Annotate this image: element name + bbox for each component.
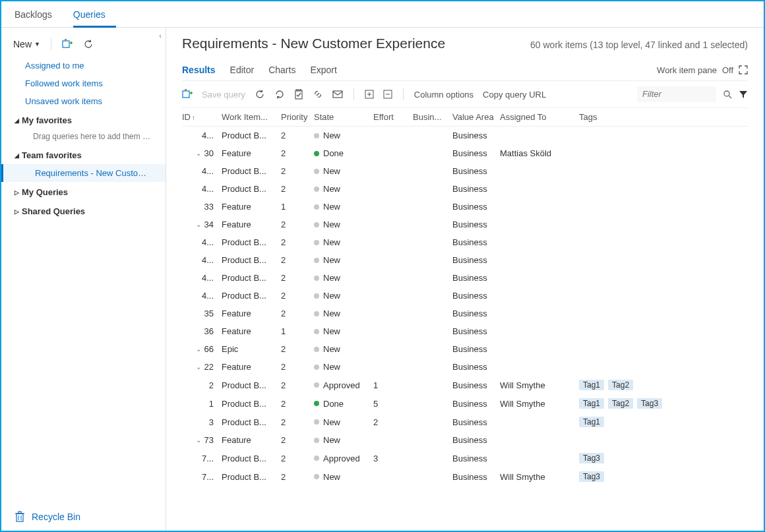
view-tab-export[interactable]: Export xyxy=(310,59,336,80)
filter-icon[interactable] xyxy=(739,90,748,99)
tag[interactable]: Tag3 xyxy=(579,453,604,463)
col-busin[interactable]: Busin... xyxy=(413,112,452,122)
state-indicator-icon xyxy=(314,204,319,210)
content-area: Requirements - New Customer Experience 6… xyxy=(166,28,764,531)
table-row[interactable]: 2Product B...2Approved1BusinessWill Smyt… xyxy=(182,376,748,394)
priority-value: 2 xyxy=(281,435,314,445)
table-row[interactable]: 4...Product B...2NewBusiness xyxy=(182,180,748,198)
state-cell: New xyxy=(314,220,373,229)
col-effort[interactable]: Effort xyxy=(373,112,413,122)
sidebar-link-assigned[interactable]: Assigned to me xyxy=(1,57,166,74)
col-assigned-to[interactable]: Assigned To xyxy=(500,112,579,122)
id-cell: 33 xyxy=(182,202,222,212)
table-row[interactable]: 4...Product B...2NewBusiness xyxy=(182,127,748,144)
sidebar-link-unsaved[interactable]: Unsaved work items xyxy=(1,92,166,110)
table-row[interactable]: 4...Product B...2NewBusiness xyxy=(182,287,748,305)
id-value: 22 xyxy=(204,362,214,372)
tag[interactable]: Tag1 xyxy=(579,417,604,427)
table-row[interactable]: ⌄66Epic2NewBusiness xyxy=(182,340,748,358)
work-item-type: Feature xyxy=(222,326,281,336)
id-value: 7... xyxy=(202,472,214,482)
table-row[interactable]: 4...Product B...2NewBusiness xyxy=(182,269,748,287)
refresh-icon[interactable] xyxy=(255,89,265,100)
table-row[interactable]: 33Feature1NewBusiness xyxy=(182,198,748,216)
link-icon[interactable] xyxy=(313,89,323,100)
col-work-item[interactable]: Work Item... xyxy=(222,112,281,122)
page-title: Requirements - New Customer Experience xyxy=(182,36,445,51)
tag[interactable]: Tag1 xyxy=(579,380,604,390)
table-row[interactable]: 35Feature2NewBusiness xyxy=(182,305,748,322)
sidebar-header-my-favorites[interactable]: ◢ My favorites xyxy=(1,110,166,129)
work-item-type: Feature xyxy=(222,220,281,229)
sidebar-header-my-queries[interactable]: ▷ My Queries xyxy=(1,182,166,201)
clipboard-icon[interactable] xyxy=(294,89,303,100)
copy-url-button[interactable]: Copy query URL xyxy=(483,90,546,100)
table-row[interactable]: 4...Product B...2NewBusiness xyxy=(182,162,748,180)
tab-queries[interactable]: Queries xyxy=(73,1,116,28)
table-row[interactable]: ⌄34Feature2NewBusiness xyxy=(182,216,748,233)
id-value: 4... xyxy=(202,255,214,265)
tag[interactable]: Tag1 xyxy=(579,398,604,409)
chevron-down-icon[interactable]: ⌄ xyxy=(195,221,202,228)
value-area: Business xyxy=(452,380,500,390)
view-tab-charts[interactable]: Charts xyxy=(268,59,295,80)
tag[interactable]: Tag3 xyxy=(637,398,662,409)
table-row[interactable]: 4...Product B...2NewBusiness xyxy=(182,233,748,251)
work-item-type: Product B... xyxy=(222,399,281,409)
search-icon[interactable] xyxy=(723,90,732,99)
chevron-down-icon[interactable]: ⌄ xyxy=(195,150,202,157)
state-indicator-icon xyxy=(314,151,319,156)
column-options-button[interactable]: Column options xyxy=(414,90,474,100)
svg-rect-4 xyxy=(16,514,23,521)
new-query-icon[interactable] xyxy=(62,39,73,49)
undo-icon[interactable] xyxy=(274,89,285,100)
sidebar-header-team-favorites[interactable]: ◢ Team favorites xyxy=(1,145,166,164)
state-cell: New xyxy=(314,417,373,427)
tab-backlogs[interactable]: Backlogs xyxy=(15,1,63,28)
collapse-tree-icon[interactable] xyxy=(383,90,392,99)
table-row[interactable]: 7...Product B...2Approved3BusinessTag3 xyxy=(182,449,748,467)
table-row[interactable]: 36Feature1NewBusiness xyxy=(182,322,748,340)
priority-value: 2 xyxy=(281,255,314,265)
id-value: 4... xyxy=(202,291,214,301)
view-tab-editor[interactable]: Editor xyxy=(230,59,255,80)
chevron-down-icon[interactable]: ⌄ xyxy=(195,363,202,370)
recycle-bin[interactable]: Recycle Bin xyxy=(1,503,166,531)
new-query-icon[interactable] xyxy=(182,89,193,100)
pane-toggle-state[interactable]: Off xyxy=(722,65,733,75)
table-row[interactable]: ⌄30Feature2DoneBusinessMattias Sköld xyxy=(182,144,748,162)
state-cell: New xyxy=(314,166,373,176)
new-button[interactable]: New ▼ xyxy=(13,39,40,49)
col-priority[interactable]: Priority xyxy=(281,112,314,122)
table-row[interactable]: 7...Product B...2NewBusinessWill SmytheT… xyxy=(182,467,748,486)
view-tab-results[interactable]: Results xyxy=(182,59,216,80)
table-row[interactable]: 1Product B...2Done5BusinessWill SmytheTa… xyxy=(182,394,748,413)
col-tags[interactable]: Tags xyxy=(579,112,748,122)
expand-tree-icon[interactable] xyxy=(365,90,374,99)
refresh-icon[interactable] xyxy=(83,39,94,49)
tag[interactable]: Tag2 xyxy=(608,398,633,409)
tag[interactable]: Tag3 xyxy=(579,471,604,482)
email-icon[interactable] xyxy=(332,90,343,99)
table-row[interactable]: 4...Product B...2NewBusiness xyxy=(182,251,748,269)
expand-icon: ▷ xyxy=(15,208,19,215)
state-cell: New xyxy=(314,309,373,318)
chevron-down-icon[interactable]: ⌄ xyxy=(195,436,202,444)
tag[interactable]: Tag2 xyxy=(608,380,633,390)
col-id[interactable]: ID↑ xyxy=(182,112,222,122)
col-value-area[interactable]: Value Area xyxy=(452,112,500,122)
table-row[interactable]: ⌄73Feature2NewBusiness xyxy=(182,431,748,449)
fullscreen-icon[interactable] xyxy=(739,65,748,74)
sidebar-header-shared-queries[interactable]: ▷ Shared Queries xyxy=(1,201,166,220)
sidebar-item-requirements[interactable]: Requirements - New Customer Exp... xyxy=(1,164,166,182)
chevron-down-icon[interactable]: ⌄ xyxy=(195,345,202,353)
work-item-type: Feature xyxy=(222,309,281,318)
id-cell: 4... xyxy=(182,237,222,247)
collapse-sidebar-icon[interactable]: ‹ xyxy=(159,32,162,40)
col-state[interactable]: State xyxy=(314,112,373,122)
sidebar-link-followed[interactable]: Followed work items xyxy=(1,74,166,92)
filter-input[interactable] xyxy=(637,86,716,102)
table-row[interactable]: 3Product B...2New2BusinessTag1 xyxy=(182,413,748,431)
table-row[interactable]: ⌄22Feature2NewBusiness xyxy=(182,358,748,376)
state-cell: New xyxy=(314,202,373,212)
